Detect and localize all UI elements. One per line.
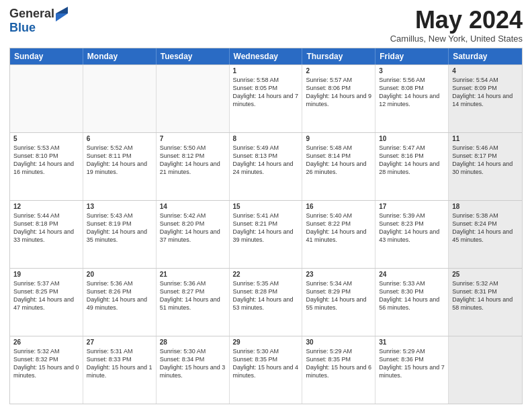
calendar-cell: 2Sunrise: 5:57 AM Sunset: 8:06 PM Daylig… (302, 65, 375, 132)
day-number: 20 (87, 271, 152, 278)
calendar-cell: 21Sunrise: 5:36 AM Sunset: 8:27 PM Dayli… (157, 269, 230, 336)
calendar-cell: 16Sunrise: 5:40 AM Sunset: 8:22 PM Dayli… (302, 201, 375, 268)
cell-text: Sunrise: 5:38 AM Sunset: 8:24 PM Dayligh… (452, 212, 519, 244)
cell-text: Sunrise: 5:50 AM Sunset: 8:12 PM Dayligh… (160, 144, 226, 177)
day-number: 15 (233, 203, 299, 210)
cell-text: Sunrise: 5:30 AM Sunset: 8:34 PM Dayligh… (160, 347, 226, 380)
calendar-cell: 12Sunrise: 5:44 AM Sunset: 8:18 PM Dayli… (10, 201, 83, 268)
calendar-cell: 4Sunrise: 5:54 AM Sunset: 8:09 PM Daylig… (449, 65, 522, 132)
day-number: 9 (306, 135, 371, 142)
calendar-cell (157, 65, 230, 132)
cell-text: Sunrise: 5:53 AM Sunset: 8:10 PM Dayligh… (13, 144, 79, 177)
cell-text: Sunrise: 5:29 AM Sunset: 8:35 PM Dayligh… (306, 347, 371, 380)
logo-icon (56, 7, 68, 21)
day-number: 4 (452, 67, 519, 75)
cell-text: Sunrise: 5:48 AM Sunset: 8:14 PM Dayligh… (306, 144, 371, 177)
calendar-header-cell: Wednesday (230, 48, 303, 64)
day-number: 13 (87, 203, 152, 210)
cell-text: Sunrise: 5:32 AM Sunset: 8:32 PM Dayligh… (13, 347, 79, 380)
day-number: 7 (160, 135, 226, 142)
calendar-cell: 23Sunrise: 5:34 AM Sunset: 8:29 PM Dayli… (302, 269, 375, 336)
calendar-cell: 20Sunrise: 5:36 AM Sunset: 8:26 PM Dayli… (83, 269, 157, 336)
calendar-cell: 29Sunrise: 5:30 AM Sunset: 8:35 PM Dayli… (230, 336, 303, 404)
cell-text: Sunrise: 5:39 AM Sunset: 8:23 PM Dayligh… (379, 212, 445, 244)
calendar-row: 1Sunrise: 5:58 AM Sunset: 8:05 PM Daylig… (10, 64, 522, 132)
cell-text: Sunrise: 5:49 AM Sunset: 8:13 PM Dayligh… (233, 144, 299, 177)
day-number: 28 (160, 338, 226, 346)
calendar-cell: 22Sunrise: 5:35 AM Sunset: 8:28 PM Dayli… (230, 269, 303, 336)
svg-marker-1 (56, 7, 68, 13)
calendar-header-cell: Friday (375, 48, 449, 64)
calendar-cell: 28Sunrise: 5:30 AM Sunset: 8:34 PM Dayli… (157, 336, 230, 404)
calendar: SundayMondayTuesdayWednesdayThursdayFrid… (9, 48, 523, 404)
cell-text: Sunrise: 5:54 AM Sunset: 8:09 PM Dayligh… (452, 76, 519, 109)
day-number: 17 (379, 203, 445, 210)
logo-general: General (9, 7, 54, 21)
calendar-row: 12Sunrise: 5:44 AM Sunset: 8:18 PM Dayli… (10, 200, 522, 268)
cell-text: Sunrise: 5:34 AM Sunset: 8:29 PM Dayligh… (306, 279, 371, 312)
calendar-row: 26Sunrise: 5:32 AM Sunset: 8:32 PM Dayli… (10, 336, 522, 404)
calendar-header-cell: Sunday (10, 48, 83, 64)
cell-text: Sunrise: 5:35 AM Sunset: 8:28 PM Dayligh… (233, 279, 299, 312)
day-number: 22 (233, 271, 299, 278)
cell-text: Sunrise: 5:32 AM Sunset: 8:31 PM Dayligh… (452, 279, 519, 312)
logo: General Blue (9, 7, 68, 35)
day-number: 23 (306, 271, 371, 278)
calendar-cell: 17Sunrise: 5:39 AM Sunset: 8:23 PM Dayli… (375, 201, 449, 268)
day-number: 14 (160, 203, 226, 210)
cell-text: Sunrise: 5:33 AM Sunset: 8:30 PM Dayligh… (379, 279, 445, 312)
day-number: 16 (306, 203, 371, 210)
calendar-body: 1Sunrise: 5:58 AM Sunset: 8:05 PM Daylig… (10, 64, 522, 404)
calendar-row: 5Sunrise: 5:53 AM Sunset: 8:10 PM Daylig… (10, 132, 522, 200)
calendar-cell: 25Sunrise: 5:32 AM Sunset: 8:31 PM Dayli… (449, 269, 522, 336)
calendar-cell: 14Sunrise: 5:42 AM Sunset: 8:20 PM Dayli… (157, 201, 230, 268)
day-number: 11 (452, 135, 519, 142)
day-number: 31 (379, 338, 445, 346)
calendar-cell: 10Sunrise: 5:47 AM Sunset: 8:16 PM Dayli… (375, 133, 449, 200)
day-number: 27 (87, 338, 152, 346)
cell-text: Sunrise: 5:57 AM Sunset: 8:06 PM Dayligh… (306, 76, 371, 109)
logo-text: General Blue (9, 7, 68, 35)
calendar-cell: 24Sunrise: 5:33 AM Sunset: 8:30 PM Dayli… (375, 269, 449, 336)
calendar-cell: 7Sunrise: 5:50 AM Sunset: 8:12 PM Daylig… (157, 133, 230, 200)
title-section: May 2024 Camillus, New York, United Stat… (390, 7, 523, 44)
calendar-header-cell: Thursday (302, 48, 375, 64)
cell-text: Sunrise: 5:29 AM Sunset: 8:36 PM Dayligh… (379, 347, 445, 380)
cell-text: Sunrise: 5:41 AM Sunset: 8:21 PM Dayligh… (233, 212, 299, 244)
calendar-cell: 15Sunrise: 5:41 AM Sunset: 8:21 PM Dayli… (230, 201, 303, 268)
cell-text: Sunrise: 5:36 AM Sunset: 8:26 PM Dayligh… (87, 279, 152, 312)
cell-text: Sunrise: 5:31 AM Sunset: 8:33 PM Dayligh… (87, 347, 152, 380)
calendar-cell (449, 336, 522, 404)
day-number: 21 (160, 271, 226, 278)
cell-text: Sunrise: 5:58 AM Sunset: 8:05 PM Dayligh… (233, 76, 299, 109)
cell-text: Sunrise: 5:47 AM Sunset: 8:16 PM Dayligh… (379, 144, 445, 177)
calendar-cell: 27Sunrise: 5:31 AM Sunset: 8:33 PM Dayli… (83, 336, 157, 404)
cell-text: Sunrise: 5:52 AM Sunset: 8:11 PM Dayligh… (87, 144, 152, 177)
calendar-header-cell: Saturday (449, 48, 522, 64)
month-title: May 2024 (390, 7, 523, 34)
header: General Blue May 2024 Camillus, New York… (9, 7, 523, 44)
calendar-cell (83, 65, 157, 132)
day-number: 26 (13, 338, 79, 346)
cell-text: Sunrise: 5:56 AM Sunset: 8:08 PM Dayligh… (379, 76, 445, 109)
day-number: 12 (13, 203, 79, 210)
calendar-header: SundayMondayTuesdayWednesdayThursdayFrid… (10, 48, 522, 64)
calendar-header-cell: Tuesday (157, 48, 230, 64)
day-number: 10 (379, 135, 445, 142)
day-number: 18 (452, 203, 519, 210)
day-number: 29 (233, 338, 299, 346)
svg-marker-0 (56, 13, 68, 21)
calendar-cell: 18Sunrise: 5:38 AM Sunset: 8:24 PM Dayli… (449, 201, 522, 268)
day-number: 8 (233, 135, 299, 142)
day-number: 6 (87, 135, 152, 142)
page: General Blue May 2024 Camillus, New York… (0, 0, 532, 411)
calendar-cell (10, 65, 83, 132)
cell-text: Sunrise: 5:43 AM Sunset: 8:19 PM Dayligh… (87, 212, 152, 244)
day-number: 5 (13, 135, 79, 142)
logo-blue: Blue (9, 21, 68, 35)
calendar-cell: 5Sunrise: 5:53 AM Sunset: 8:10 PM Daylig… (10, 133, 83, 200)
calendar-cell: 30Sunrise: 5:29 AM Sunset: 8:35 PM Dayli… (302, 336, 375, 404)
calendar-cell: 26Sunrise: 5:32 AM Sunset: 8:32 PM Dayli… (10, 336, 83, 404)
calendar-cell: 31Sunrise: 5:29 AM Sunset: 8:36 PM Dayli… (375, 336, 449, 404)
cell-text: Sunrise: 5:46 AM Sunset: 8:17 PM Dayligh… (452, 144, 519, 177)
